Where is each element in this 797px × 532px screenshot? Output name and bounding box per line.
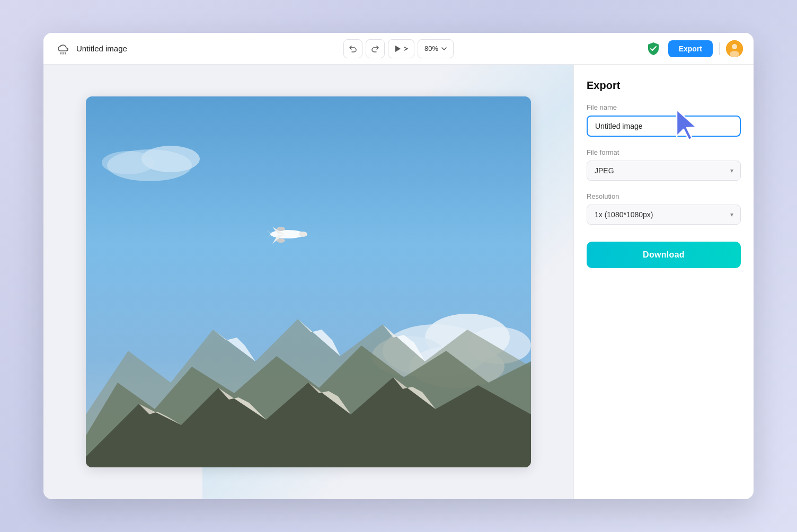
- file-name-input[interactable]: [587, 116, 741, 137]
- undo-button[interactable]: [343, 39, 362, 58]
- file-format-label: File format: [587, 148, 741, 156]
- zoom-value: 80%: [424, 45, 438, 52]
- header-divider: [719, 42, 720, 55]
- file-name-label: File name: [587, 103, 741, 111]
- svg-point-17: [299, 232, 307, 237]
- file-format-wrapper: JPEG PNG SVG PDF ▾: [587, 161, 741, 181]
- header: Untitled image: [43, 33, 754, 65]
- canvas-area: [43, 65, 573, 499]
- export-panel-title: Export: [587, 79, 741, 92]
- zoom-selector[interactable]: 80%: [418, 39, 454, 58]
- redo-button[interactable]: [366, 39, 385, 58]
- document-title: Untitled image: [76, 44, 127, 53]
- header-left: Untitled image: [54, 40, 343, 57]
- svg-marker-3: [395, 46, 401, 52]
- svg-point-6: [730, 51, 739, 57]
- play-button[interactable]: [388, 39, 414, 58]
- svg-point-10: [102, 151, 155, 174]
- app-logo-icon: [54, 40, 71, 57]
- scene-svg: [86, 96, 531, 467]
- resolution-wrapper: 1x (1080*1080px) 2x (2160*2160px) 3x (32…: [587, 205, 741, 225]
- shield-icon: [645, 40, 662, 57]
- download-button[interactable]: Download: [587, 242, 741, 268]
- svg-point-18: [277, 238, 285, 243]
- main-content: Export File name File format JPEG PNG SV…: [43, 65, 754, 499]
- resolution-label: Resolution: [587, 192, 741, 200]
- header-right: Export: [454, 40, 743, 57]
- svg-point-19: [277, 227, 285, 231]
- export-panel: Export File name File format JPEG PNG SV…: [573, 65, 754, 499]
- export-button[interactable]: Export: [668, 40, 713, 57]
- canvas-image: [86, 96, 531, 467]
- app-window: Untitled image: [43, 33, 754, 499]
- header-toolbar: 80%: [343, 39, 454, 58]
- avatar[interactable]: [726, 40, 743, 57]
- canvas-frame: [86, 96, 531, 467]
- resolution-select[interactable]: 1x (1080*1080px) 2x (2160*2160px) 3x (32…: [587, 205, 741, 225]
- svg-point-5: [732, 44, 737, 49]
- file-format-select[interactable]: JPEG PNG SVG PDF: [587, 161, 741, 181]
